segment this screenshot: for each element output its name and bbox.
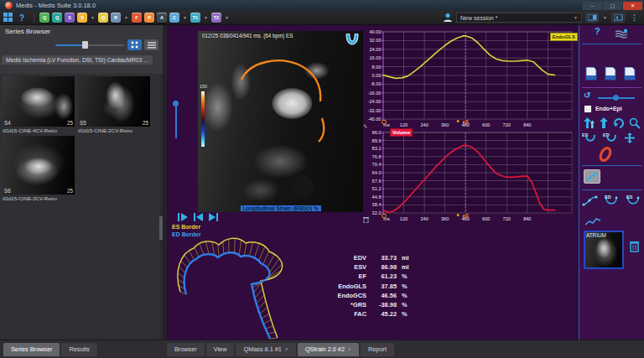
measurement-row: EndoGLS37.85% xyxy=(325,282,422,291)
es-curve-icon[interactable]: ES xyxy=(624,194,642,210)
series-browser-title: Series Browser xyxy=(0,25,163,38)
undo-icon[interactable]: ↺ xyxy=(584,91,590,100)
svg-text:ms: ms xyxy=(383,216,390,221)
tab-report[interactable]: Report xyxy=(361,343,394,356)
toolbar-app-icon[interactable]: C xyxy=(169,13,179,23)
series-thumbnail[interactable]: S525tf2d15-CINE-2CV-Retro xyxy=(78,76,150,134)
divider xyxy=(582,189,641,190)
chevron-down-icon: ▼ xyxy=(574,15,578,20)
help-button[interactable]: ? xyxy=(19,13,24,23)
tab-qmass-8-1-1[interactable]: QMass 8.1 #1↗ xyxy=(236,343,295,356)
frame-count: 25 xyxy=(67,120,73,126)
atrium-view-thumbnail[interactable]: ATRIUM xyxy=(584,231,624,269)
export-button-3[interactable] xyxy=(624,67,636,84)
chevron-down-icon[interactable]: ▼ xyxy=(124,15,128,20)
cine-mri-viewport[interactable]: 012/25 038/0414/941 ms. (64 bpm) ES 150 … xyxy=(198,31,363,212)
edit-points-icon[interactable] xyxy=(582,194,599,210)
endogls-strain-chart[interactable]: EndoGLS ✎ 40.0032.0024.0016.008.000.00-8… xyxy=(361,29,576,130)
chevron-down-icon[interactable]: ▼ xyxy=(603,15,607,20)
user-icon xyxy=(443,10,453,25)
frame-slider-handle[interactable] xyxy=(173,101,179,106)
magnifier-icon[interactable] xyxy=(629,117,641,132)
chart-legend-volume: Volume xyxy=(390,128,413,137)
measurement-row: FAC45.22% xyxy=(325,309,422,319)
list-view-button[interactable] xyxy=(144,39,158,50)
toolbar-app-icon[interactable]: A xyxy=(157,13,167,23)
chevron-down-icon[interactable]: ▼ xyxy=(91,15,95,20)
qstrain-workspace: 012/25 038/0414/941 ms. (64 bpm) ES 150 … xyxy=(167,25,579,340)
scrollbar[interactable] xyxy=(159,74,163,340)
thumbnail-size-slider[interactable] xyxy=(55,44,124,46)
tab-browser[interactable]: Browser xyxy=(167,343,205,356)
svg-text:ES: ES xyxy=(582,132,589,137)
series-thumbnail[interactable]: S425tf2d15-CINE-4CV-Retro xyxy=(3,76,75,134)
study-tab[interactable]: Medis Ischemia (LV Function, DSI, TSI) C… xyxy=(2,55,153,65)
thumbnail-size-slider-handle[interactable] xyxy=(82,41,88,49)
close-button[interactable]: ✕ xyxy=(623,2,642,10)
toolbar-app-icon[interactable]: Q xyxy=(98,13,108,23)
overflow-menu-icon[interactable]: ⋮ xyxy=(631,13,638,22)
volume-chart[interactable]: Volume 96.089.683.276.870.464.057.651.24… xyxy=(361,130,576,224)
move-icon[interactable] xyxy=(623,132,636,148)
thumbnail-grid: S425tf2d15-CINE-4CV-RetroS525tf2d15-CINE… xyxy=(0,74,163,340)
edit-chart-icon[interactable]: ✎ xyxy=(363,123,367,130)
chevron-down-icon[interactable]: ▼ xyxy=(204,15,208,20)
toolbar-app-icon[interactable]: R xyxy=(111,13,121,23)
up-arrow-icon[interactable] xyxy=(599,117,609,132)
chevron-down-icon[interactable]: ▼ xyxy=(183,15,187,20)
graph-icon[interactable] xyxy=(584,215,601,230)
qstrain-tools-panel: ? ↺ Endo+Epi xyxy=(579,25,644,340)
tab-qstrain-2-0-2[interactable]: QStrain 2.0 #2↗ xyxy=(298,343,359,356)
app-launcher-icon[interactable] xyxy=(3,10,13,25)
toolbar-app-icon[interactable]: Q xyxy=(39,13,49,23)
svg-text:24.00: 24.00 xyxy=(370,47,382,52)
opacity-slider-handle[interactable] xyxy=(613,95,619,101)
toolbar-app-icon[interactable]: S xyxy=(65,13,75,23)
series-name: tf2d15-CINE-3CV-Retro xyxy=(3,195,75,202)
minimize-button[interactable]: – xyxy=(583,2,602,10)
endo-epi-checkbox[interactable] xyxy=(584,106,591,112)
series-name: tf2d15-CINE-2CV-Retro xyxy=(78,127,150,134)
frame-slider[interactable] xyxy=(175,106,177,138)
roi-ring-icon[interactable] xyxy=(596,145,615,167)
svg-text:-16.00: -16.00 xyxy=(368,91,382,96)
export-button-1[interactable] xyxy=(585,67,597,84)
curve-tool-button[interactable] xyxy=(584,169,600,184)
toolbar-app-icon[interactable]: P xyxy=(144,13,154,23)
series-name: tf2d15-CINE-4CV-Retro xyxy=(3,127,75,134)
svg-text:96.0: 96.0 xyxy=(372,130,382,135)
layers-icon[interactable] xyxy=(615,28,628,43)
divider xyxy=(582,87,641,88)
trash-icon[interactable] xyxy=(629,240,640,256)
help-button[interactable]: ? xyxy=(595,26,600,36)
strain-mode-label[interactable]: Longitudinal Strain (ENDO) % xyxy=(240,205,320,211)
svg-text:57.6: 57.6 xyxy=(372,179,382,184)
delete-chart-icon[interactable] xyxy=(363,216,369,224)
svg-text:360: 360 xyxy=(441,122,449,127)
tab-view[interactable]: View xyxy=(206,343,235,356)
measurement-row: ESV86.98ml xyxy=(325,262,422,272)
toolbar-app-icon[interactable]: S xyxy=(77,13,87,23)
layout-button[interactable] xyxy=(585,13,599,23)
double-up-arrow-icon[interactable] xyxy=(583,117,595,132)
svg-text:32.0: 32.0 xyxy=(372,210,382,215)
tab-results[interactable]: Results xyxy=(61,343,96,356)
redo-icon[interactable] xyxy=(613,117,625,132)
maximize-button[interactable]: ▢ xyxy=(603,2,622,10)
session-select[interactable]: New session * ▼ xyxy=(456,13,582,23)
export-button-2[interactable] xyxy=(605,67,616,84)
series-thumbnail[interactable]: S625tf2d15-CINE-3CV-Retro xyxy=(3,136,75,202)
toolbar-app-icon[interactable]: T2 xyxy=(211,13,221,23)
svg-text:ms: ms xyxy=(383,122,390,127)
toolbar-app-icon[interactable]: T1 xyxy=(190,13,200,23)
ed-curve-icon[interactable]: ED xyxy=(602,194,621,210)
toolbar-app-icon[interactable]: F xyxy=(132,13,142,23)
svg-text:-40.00: -40.00 xyxy=(368,117,382,122)
chevron-down-icon[interactable]: ▼ xyxy=(225,15,229,20)
tab-series-browser[interactable]: Series Browser xyxy=(3,343,60,356)
toolbar-app-icon[interactable]: Q xyxy=(52,13,62,23)
svg-text:0.00: 0.00 xyxy=(372,73,382,78)
grid-view-button[interactable] xyxy=(127,39,142,50)
svg-text:83.2: 83.2 xyxy=(372,146,382,151)
layout-switch-button[interactable] xyxy=(611,13,625,23)
